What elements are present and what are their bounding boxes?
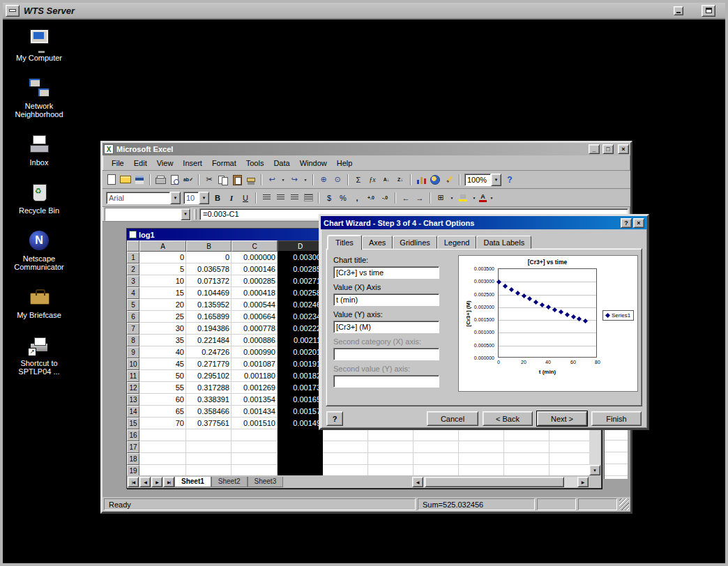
decrease-decimal-button[interactable]: -.0 (378, 191, 392, 205)
format-painter-button[interactable] (244, 173, 258, 187)
cell-column-d-selected[interactable]: 0.00173 (278, 382, 323, 394)
bold-button[interactable]: B (211, 191, 225, 205)
desktop-icon-my-briefcase[interactable]: My Briefcase (11, 285, 67, 319)
cell-column-d-selected[interactable]: 0.00258 (278, 287, 323, 299)
row-header[interactable]: 4 (127, 287, 139, 299)
cell-column-b[interactable]: 0.377561 (186, 418, 232, 429)
cell-column-a[interactable]: 5 (139, 263, 186, 275)
cell-column-d-selected[interactable]: 0.00191 (278, 358, 323, 370)
borders-button[interactable]: ⊞ (434, 191, 448, 205)
increase-indent-button[interactable]: → (413, 191, 427, 205)
cell-column-b[interactable]: 0 (186, 252, 232, 263)
column-header-c[interactable]: C (232, 240, 278, 252)
finish-button[interactable]: Finish (591, 411, 642, 426)
column-header-b[interactable]: B (186, 240, 232, 252)
font-color-button[interactable]: A (478, 191, 487, 205)
align-center-button[interactable] (273, 191, 287, 205)
copy-button[interactable] (216, 173, 230, 187)
field-input[interactable] (333, 375, 439, 388)
fill-color-dropdown[interactable]: ▼ (470, 191, 478, 205)
zoom-combobox[interactable]: 100% ▼ (464, 174, 501, 186)
chevron-down-icon[interactable]: ▼ (181, 208, 190, 220)
cell-column-b[interactable] (186, 453, 232, 465)
borders-dropdown[interactable]: ▼ (448, 191, 456, 205)
cell-column-a[interactable]: 0 (139, 252, 186, 263)
horizontal-scroll-thumb[interactable] (425, 477, 564, 487)
cell-column-c[interactable]: 0.000000 (232, 252, 278, 263)
row-header[interactable]: 8 (127, 335, 139, 346)
cell-column-b[interactable]: 0.24726 (186, 346, 232, 358)
cell-column-b[interactable]: 0.338391 (186, 394, 232, 406)
cell-column-b[interactable]: 0.295102 (186, 370, 232, 382)
cell-column-a[interactable]: 15 (139, 287, 186, 299)
desktop-icon-recycle-bin[interactable]: Recycle Bin (11, 181, 67, 215)
save-button[interactable] (132, 173, 146, 187)
cell-column-c[interactable]: 0.000285 (232, 275, 278, 287)
row-header[interactable]: 16 (127, 429, 139, 441)
insert-hyperlink-button[interactable]: ⊕ (317, 173, 331, 187)
percent-style-button[interactable]: % (336, 191, 350, 205)
wts-minimize-button[interactable] (674, 6, 683, 15)
align-left-button[interactable] (259, 191, 273, 205)
system-menu-button[interactable] (6, 5, 20, 17)
tab-legend[interactable]: Legend (437, 236, 477, 249)
select-all-corner[interactable] (127, 240, 139, 252)
tab-scroll-button[interactable]: ▶| (163, 477, 174, 487)
tab-titles[interactable]: Titles (327, 235, 362, 250)
web-toolbar-button[interactable]: ⊙ (331, 173, 344, 187)
cell-column-b[interactable]: 0.071372 (186, 275, 232, 287)
field-input[interactable] (333, 266, 439, 279)
autosum-button[interactable]: Σ (351, 173, 365, 187)
cell-column-c[interactable] (232, 441, 278, 453)
cell-column-d-selected[interactable]: 0.00182 (278, 370, 323, 382)
cell-column-b[interactable]: 0.271779 (186, 358, 232, 370)
italic-button[interactable]: I (225, 191, 238, 205)
row-header[interactable]: 5 (127, 299, 139, 311)
decrease-indent-button[interactable]: ← (399, 191, 413, 205)
cell-column-a[interactable] (139, 429, 186, 441)
cell-column-a[interactable]: 10 (139, 275, 186, 287)
merge-center-button[interactable] (301, 191, 315, 205)
font-size-combobox[interactable]: 10 ▼ (183, 192, 209, 204)
row-header[interactable]: 6 (127, 311, 139, 323)
row-header[interactable]: 2 (127, 263, 139, 275)
cancel-button[interactable]: Cancel (427, 411, 478, 426)
cell-column-a[interactable]: 45 (139, 358, 186, 370)
cell-column-b[interactable]: 0.104469 (186, 287, 232, 299)
cell-column-d-selected[interactable]: 0.00271 (278, 275, 323, 287)
menu-item[interactable]: Format (207, 157, 241, 169)
cell-column-a[interactable]: 25 (139, 311, 186, 323)
menu-item[interactable]: Help (332, 157, 358, 169)
excel-close-button[interactable]: × (618, 144, 629, 154)
menu-item[interactable]: Data (268, 157, 294, 169)
office-assistant-button[interactable]: ? (503, 173, 517, 187)
name-box[interactable]: ▼ (105, 208, 191, 221)
chevron-down-icon[interactable]: ▼ (170, 192, 181, 204)
cell-column-d-selected[interactable]: 0.00201 (278, 346, 323, 358)
back-button[interactable]: < Back (483, 411, 533, 426)
print-button[interactable] (153, 173, 167, 187)
cell-column-a[interactable]: 65 (139, 406, 186, 418)
desktop-icon-network-neighborhood[interactable]: Network Neighborhood (11, 76, 67, 118)
cell-column-c[interactable]: 0.001269 (232, 382, 278, 394)
sort-ascending-button[interactable]: A↓ (379, 173, 393, 187)
cell-column-c[interactable]: 0.001180 (232, 370, 278, 382)
menu-item[interactable]: File (107, 157, 129, 169)
row-header[interactable]: 7 (127, 323, 139, 335)
cell-column-d-selected[interactable]: 0.00285 (278, 263, 323, 275)
scroll-right-icon[interactable]: ▶ (577, 477, 589, 487)
cell-column-b[interactable] (186, 441, 232, 453)
menu-item[interactable]: View (152, 157, 179, 169)
cell-column-c[interactable] (232, 453, 278, 465)
font-name-combobox[interactable]: Arial ▼ (106, 192, 181, 204)
tab-scroll-button[interactable]: |◀ (128, 477, 139, 487)
cell-column-c[interactable]: 0.001510 (232, 418, 278, 429)
chevron-down-icon[interactable]: ▼ (199, 192, 209, 204)
cell-column-c[interactable]: 0.000990 (232, 346, 278, 358)
paste-button[interactable] (230, 173, 244, 187)
desktop-icon-my-computer[interactable]: My Computer (11, 28, 67, 62)
cell-column-b[interactable]: 0.165899 (186, 311, 232, 323)
cell-column-d-selected[interactable] (278, 453, 323, 465)
desktop-icon-inbox[interactable]: Inbox (11, 132, 67, 167)
menu-item[interactable]: Insert (178, 157, 207, 169)
